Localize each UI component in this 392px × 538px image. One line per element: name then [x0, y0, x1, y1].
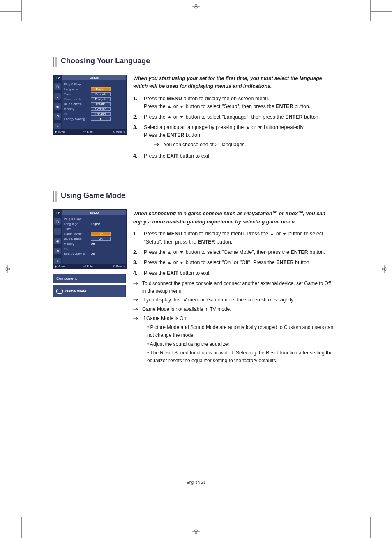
note-row: To disconnect the game console and conne… — [133, 280, 336, 295]
section-title: Choosing Your Language — [61, 57, 150, 67]
figure-column: T V▢♪◉⚙⎆SetupPlug & Play:Language:Englis… — [53, 209, 126, 366]
note-row: You can choose one of 21 languages. — [154, 141, 336, 149]
sub-bullet: • Adjust the sound using the equalizer. — [144, 340, 336, 348]
osd-menu-row: Plug & Play: — [64, 216, 125, 221]
note-arrow-icon — [133, 306, 142, 313]
note-arrow-icon — [133, 280, 142, 295]
crop-mark — [370, 0, 371, 21]
svg-point-15 — [383, 268, 385, 270]
section-title: Using Game Mode — [61, 191, 125, 202]
osd-menu-row: Blue Screen:Italiano — [64, 101, 125, 106]
note-row: If you display the TV menu in Game mode,… — [133, 296, 336, 304]
figure-column: T V▢♪◉⚙⎆SetupPlug & Play:Language:Englis… — [53, 75, 126, 163]
registration-mark-icon — [192, 2, 200, 10]
sound-icon: ♪ — [54, 93, 61, 100]
step-item: 4.Press the EXIT button to exit. — [133, 269, 336, 277]
step-item: 3.Select a particular language by pressi… — [133, 124, 336, 150]
osd-screenshot: T V▢♪◉⚙⎆SetupPlug & Play:Language:Englis… — [53, 75, 127, 135]
step-item: 3.Press the or button to select "On" or … — [133, 259, 336, 267]
osd-menu-row: Blue Screen:On — [64, 236, 125, 241]
note-arrow-icon — [133, 296, 142, 304]
osd-menu-row: Time:Deutsch — [64, 92, 125, 97]
section-header: Choosing Your Language — [53, 57, 336, 67]
osd-menu-row: Plug & Play: — [64, 82, 125, 87]
channel-icon: ◉ — [54, 103, 61, 110]
osd-title: Setup — [62, 210, 126, 215]
crop-mark — [370, 517, 371, 538]
osd-menu-row: Energy Saving:▼ — [64, 116, 125, 121]
steps-list: 1.Press the MENU button to display the o… — [133, 95, 336, 161]
osd-menu-row: Melody:Svenska — [64, 106, 125, 111]
section-intro: When you start using your set for the fi… — [133, 75, 336, 91]
sound-icon: ♪ — [54, 228, 61, 235]
gamepad-icon — [56, 289, 63, 294]
crop-mark — [21, 0, 22, 21]
setup-icon: ⚙ — [54, 113, 61, 120]
step-item: 1.Press the MENU button to display the m… — [133, 230, 336, 246]
sub-bullet-list: • Picture Mode and Sound Mode are automa… — [144, 324, 336, 364]
page-content: Choosing Your LanguageT V▢♪◉⚙⎆SetupPlug … — [53, 57, 336, 394]
osd-menu-row: Language:English — [64, 221, 125, 226]
section: Choosing Your LanguageT V▢♪◉⚙⎆SetupPlug … — [53, 57, 336, 163]
steps-list: 1.Press the MENU button to display the m… — [133, 230, 336, 277]
crop-mark — [371, 11, 392, 12]
text-column: When connecting to a game console such a… — [133, 209, 336, 366]
svg-point-11 — [7, 268, 9, 270]
registration-mark-icon — [192, 528, 200, 536]
picture-icon: ▢ — [54, 83, 61, 90]
osd-menu-row: Energy Saving:Off — [64, 251, 125, 256]
game-mode-strip: Game Mode — [53, 285, 126, 297]
osd-screenshot: T V▢♪◉⚙⎆SetupPlug & Play:Language:Englis… — [53, 209, 127, 269]
registration-mark-icon — [380, 265, 388, 273]
svg-point-3 — [195, 5, 197, 7]
osd-sidebar: T V▢♪◉⚙⎆ — [53, 75, 62, 129]
osd-menu-row: Time: — [64, 226, 125, 231]
crop-mark — [0, 11, 21, 12]
section-header: Using Game Mode — [53, 191, 336, 202]
sub-bullet: • Picture Mode and Sound Mode are automa… — [144, 324, 336, 339]
note-arrow-icon — [133, 315, 142, 322]
osd-menu-row: PC: — [64, 246, 125, 251]
osd-footer: ◆ Move⏎ Enter⟲ Return — [53, 264, 126, 269]
osd-title: Setup — [62, 75, 126, 80]
osd-menu-row: Language:English — [64, 87, 125, 92]
osd-footer: ◆ Move⏎ Enter⟲ Return — [53, 129, 126, 134]
step-item: 2.Press the or button to select "Game Mo… — [133, 248, 336, 256]
component-strip: Component — [53, 274, 126, 283]
picture-icon: ▢ — [54, 218, 61, 225]
step-item: 2.Press the or button to select "Languag… — [133, 113, 336, 121]
page-number: English-21 — [186, 480, 205, 485]
note-row: If Game Mode is On: — [133, 315, 336, 322]
section: Using Game ModeT V▢♪◉⚙⎆SetupPlug & Play:… — [53, 191, 336, 366]
osd-menu-row: Game Mode:Off — [64, 231, 125, 236]
osd-menu-row: PC:Español — [64, 111, 125, 116]
step-item: 1.Press the MENU button to display the o… — [133, 95, 336, 111]
sub-bullet: • The Reset Sound function is activated.… — [144, 349, 336, 364]
text-column: When you start using your set for the fi… — [133, 75, 336, 163]
osd-menu-row: Game Mode:Français — [64, 97, 125, 101]
svg-point-7 — [195, 531, 197, 533]
input-icon: ⎆ — [54, 123, 61, 129]
section-intro: When connecting to a game console such a… — [133, 209, 336, 226]
osd-sidebar: T V▢♪◉⚙⎆ — [53, 210, 62, 264]
note-arrow-icon — [154, 141, 164, 149]
crop-mark — [21, 517, 22, 538]
osd-menu-row: Melody:Off — [64, 241, 125, 246]
step-item: 4.Press the EXIT button to exit. — [133, 152, 336, 160]
note-row: Game Mode is not available in TV mode. — [133, 306, 336, 313]
registration-mark-icon — [4, 265, 12, 273]
channel-icon: ◉ — [54, 238, 61, 244]
setup-icon: ⚙ — [54, 248, 61, 254]
manual-page: Choosing Your LanguageT V▢♪◉⚙⎆SetupPlug … — [0, 0, 392, 538]
input-icon: ⎆ — [54, 258, 61, 264]
